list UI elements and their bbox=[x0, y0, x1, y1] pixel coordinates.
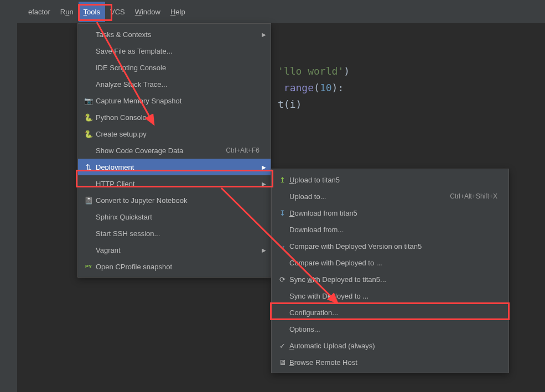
menu-window[interactable]: Window bbox=[130, 2, 165, 22]
menu-browse-remote[interactable]: 🖥Browse Remote Host bbox=[272, 354, 508, 370]
compare-icon: → bbox=[276, 242, 288, 250]
py-icon: PY bbox=[82, 264, 95, 269]
menu-vcs[interactable]: VCS bbox=[105, 2, 130, 22]
menu-deployment[interactable]: ⇅Deployment▶ bbox=[78, 159, 271, 175]
menu-show-coverage[interactable]: Show Code Coverage DataCtrl+Alt+F6 bbox=[78, 142, 271, 159]
python-icon: 🐍 bbox=[82, 113, 95, 122]
menubar: efactor Run Tools VCS Window Help bbox=[0, 0, 545, 23]
menu-ssh[interactable]: Start SSH session... bbox=[78, 225, 271, 242]
menu-ide-scripting[interactable]: IDE Scripting Console bbox=[78, 59, 271, 76]
menu-convert-jupyter[interactable]: 📓Convert to Jupyter Notebook bbox=[78, 192, 271, 208]
menu-sync-to[interactable]: Sync with Deployed to ... bbox=[272, 288, 508, 304]
menu-compare-to[interactable]: Compare with Deployed to ... bbox=[272, 254, 508, 271]
check-icon: ✓ bbox=[276, 342, 288, 350]
menu-download-from[interactable]: Download from... bbox=[272, 221, 508, 238]
menu-upload-titan5[interactable]: ↥Upload to titan5 bbox=[272, 171, 508, 188]
menu-refactor[interactable]: efactor bbox=[23, 2, 55, 22]
python-icon: 🐍 bbox=[82, 130, 95, 138]
upload-icon: ↥ bbox=[276, 176, 288, 184]
menu-sync-titan5[interactable]: ⟳Sync with Deployed to titan5... bbox=[272, 271, 508, 288]
menu-help[interactable]: Help bbox=[165, 2, 190, 22]
menu-analyze-stack[interactable]: Analyze Stack Trace... bbox=[78, 76, 271, 92]
deployment-submenu: ↥Upload to titan5 Upload to...Ctrl+Alt+S… bbox=[271, 169, 509, 373]
menu-create-setup[interactable]: 🐍Create setup.py bbox=[78, 126, 271, 142]
memory-icon: 📷 bbox=[82, 97, 95, 105]
jupyter-icon: 📓 bbox=[82, 196, 95, 205]
tools-dropdown: Tasks & Contexts▶ Save File as Template.… bbox=[77, 23, 271, 278]
menu-tasks-contexts[interactable]: Tasks & Contexts▶ bbox=[78, 26, 271, 43]
menu-sphinx[interactable]: Sphinx Quickstart bbox=[78, 208, 271, 225]
menu-capture-memory[interactable]: 📷Capture Memory Snapshot bbox=[78, 92, 271, 109]
menu-compare-titan5[interactable]: →Compare with Deployed Version on titan5 bbox=[272, 238, 508, 254]
sidebar bbox=[0, 23, 18, 392]
menu-options[interactable]: Options... bbox=[272, 321, 508, 337]
menu-run[interactable]: Run bbox=[55, 2, 79, 22]
menu-http-client[interactable]: HTTP Client▶ bbox=[78, 175, 271, 192]
download-icon: ↧ bbox=[276, 209, 288, 217]
menu-automatic-upload[interactable]: ✓Automatic Upload (always) bbox=[272, 337, 508, 354]
menu-tools[interactable]: Tools bbox=[79, 2, 105, 22]
code-preview: 'llo world') range(10): t(i) bbox=[278, 63, 350, 113]
menu-download-titan5[interactable]: ↧Download from titan5 bbox=[272, 205, 508, 221]
menu-vagrant[interactable]: Vagrant▶ bbox=[78, 242, 271, 258]
menu-python-console[interactable]: 🐍Python Console... bbox=[78, 109, 271, 126]
host-icon: 🖥 bbox=[276, 358, 288, 367]
menu-cprofile[interactable]: PYOpen CProfile snapshot bbox=[78, 258, 271, 275]
menu-upload-to[interactable]: Upload to...Ctrl+Alt+Shift+X bbox=[272, 188, 508, 205]
deployment-icon: ⇅ bbox=[82, 163, 95, 171]
menu-configuration[interactable]: Configuration... bbox=[272, 304, 508, 321]
menu-save-as-template[interactable]: Save File as Template... bbox=[78, 43, 271, 59]
sync-icon: ⟳ bbox=[276, 275, 288, 284]
